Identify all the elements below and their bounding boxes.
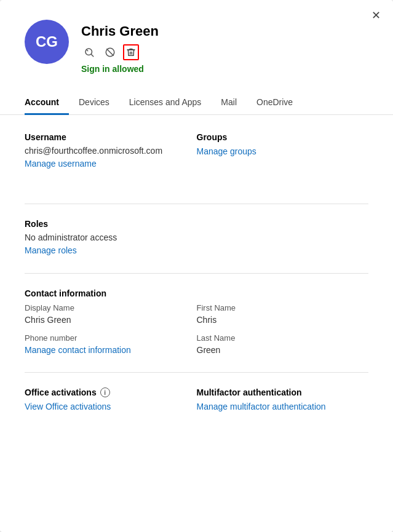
office-title: Office activations i xyxy=(25,387,197,397)
header-info: Chris Green xyxy=(81,20,159,74)
manage-username-link[interactable]: Manage username xyxy=(25,159,97,169)
header-actions xyxy=(81,44,159,60)
mfa-title: Multifactor authentication xyxy=(197,387,369,397)
manage-groups-link[interactable]: Manage groups xyxy=(197,146,256,156)
divider-2 xyxy=(25,273,368,274)
svg-line-4 xyxy=(107,49,114,56)
sign-in-status: Sign in allowed xyxy=(81,64,159,74)
search-icon[interactable] xyxy=(81,44,97,60)
tab-account[interactable]: Account xyxy=(25,91,69,115)
block-icon[interactable] xyxy=(102,44,118,60)
avatar: CG xyxy=(25,20,69,64)
view-office-activations-link[interactable]: View Office activations xyxy=(25,402,111,411)
mfa-section: Multifactor authentication Manage multif… xyxy=(197,387,369,412)
divider-1 xyxy=(25,204,368,204)
first-name-value: Chris xyxy=(197,315,369,325)
office-section: Office activations i View Office activat… xyxy=(25,387,197,412)
user-name: Chris Green xyxy=(81,23,159,39)
modal-container: ✕ CG Chris Green xyxy=(0,0,393,532)
roles-title: Roles xyxy=(25,219,368,229)
display-name-value: Chris Green xyxy=(25,315,197,325)
first-name-label: First Name xyxy=(197,303,369,312)
bottom-grid: Office activations i View Office activat… xyxy=(25,387,368,412)
manage-roles-link[interactable]: Manage roles xyxy=(25,245,77,255)
info-icon[interactable]: i xyxy=(100,387,110,397)
last-name-label: Last Name xyxy=(197,333,369,343)
tab-mail[interactable]: Mail xyxy=(211,91,247,115)
tab-licenses[interactable]: Licenses and Apps xyxy=(119,91,212,115)
contact-left-col: Display Name Chris Green Phone number Ma… xyxy=(25,303,197,355)
contact-right-col: First Name Chris Last Name Green xyxy=(197,303,369,355)
roles-value: No administrator access xyxy=(25,232,368,242)
username-title: Username xyxy=(25,132,197,142)
tab-onedrive[interactable]: OneDrive xyxy=(247,91,303,115)
manage-contact-link[interactable]: Manage contact information xyxy=(25,345,197,355)
contact-title: Contact information xyxy=(25,288,368,298)
username-groups-grid: Username chris@fourthcoffee.onmicrosoft.… xyxy=(25,132,368,186)
phone-label: Phone number xyxy=(25,333,197,343)
tabs-bar: Account Devices Licenses and Apps Mail O… xyxy=(0,91,393,115)
contact-grid: Display Name Chris Green Phone number Ma… xyxy=(25,303,368,355)
groups-section: Groups Manage groups xyxy=(197,132,369,169)
display-name-label: Display Name xyxy=(25,303,197,312)
delete-icon[interactable] xyxy=(123,44,139,60)
manage-mfa-link[interactable]: Manage multifactor authentication xyxy=(197,402,326,411)
divider-3 xyxy=(25,372,368,373)
modal-header: CG Chris Green xyxy=(0,0,393,74)
username-section: Username chris@fourthcoffee.onmicrosoft.… xyxy=(25,132,197,169)
tab-devices[interactable]: Devices xyxy=(69,91,119,115)
svg-line-2 xyxy=(87,50,88,51)
content-area: Username chris@fourthcoffee.onmicrosoft.… xyxy=(0,115,393,437)
groups-title: Groups xyxy=(197,132,369,142)
roles-section: Roles No administrator access Manage rol… xyxy=(25,219,368,256)
last-name-value: Green xyxy=(197,345,369,355)
contact-section: Contact information Display Name Chris G… xyxy=(25,288,368,355)
close-button[interactable]: ✕ xyxy=(371,10,381,21)
username-value: chris@fourthcoffee.onmicrosoft.com xyxy=(25,146,197,156)
svg-line-1 xyxy=(91,54,93,56)
